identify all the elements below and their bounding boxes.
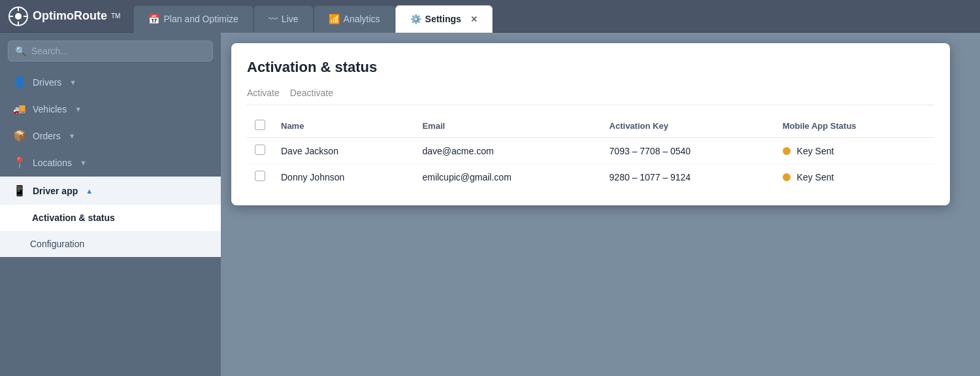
row-activation-key-1: 9280 – 1077 – 9124 [602, 164, 775, 190]
sidebar-item-drivers-label: Drivers [33, 77, 61, 88]
sidebar: 🔍 👤 Drivers ▼ 🚚 Vehicles ▼ 📦 Orders ▼ 📍 … [0, 33, 221, 376]
tab-analytics[interactable]: 📶 Analytics [314, 5, 395, 33]
sidebar-item-drivers[interactable]: 👤 Drivers ▼ [0, 69, 221, 95]
row-status-0: Key Sent [775, 138, 934, 164]
status-text-0: Key Sent [797, 146, 834, 156]
driver-app-section: 📱 Driver app ▲ Activation & status Confi… [0, 177, 221, 257]
logo-icon [8, 6, 29, 27]
table-header-name: Name [273, 114, 414, 138]
status-dot-1 [783, 173, 791, 181]
orders-caret-icon: ▼ [69, 132, 76, 140]
modal-card: Activation & status Activate Deactivate … [231, 43, 950, 205]
status-text-1: Key Sent [797, 172, 834, 182]
driver-app-label: Driver app [33, 186, 78, 196]
orders-icon: 📦 [13, 129, 26, 142]
row-name-0: Dave Jackson [273, 138, 414, 164]
driver-app-header[interactable]: 📱 Driver app ▲ [0, 177, 221, 205]
table-row: Dave Jackson dave@acme.com 7093 – 7708 –… [247, 138, 934, 164]
tab-plan[interactable]: 📅 Plan and Optimize [133, 5, 253, 33]
locations-caret-icon: ▼ [80, 159, 87, 167]
row-activation-key-0: 7093 – 7708 – 0540 [602, 138, 775, 164]
svg-point-1 [15, 13, 22, 20]
table-header-email: Email [414, 114, 601, 138]
tabs-container: 📅 Plan and Optimize 〰 Live 📶 Analytics ⚙… [133, 0, 492, 32]
action-buttons: Activate Deactivate [247, 86, 934, 105]
row-status-1: Key Sent [775, 164, 934, 190]
settings-tab-close[interactable]: ✕ [470, 14, 478, 24]
table-header-activation-key: Activation Key [602, 114, 775, 138]
row-email-0: dave@acme.com [414, 138, 601, 164]
tab-settings-label: Settings [425, 14, 461, 24]
row-checkbox-0[interactable] [255, 145, 265, 155]
search-input[interactable] [31, 46, 206, 56]
sub-nav-activation-label: Activation & status [32, 213, 115, 223]
live-icon: 〰 [269, 14, 278, 24]
deactivate-button[interactable]: Deactivate [290, 86, 333, 99]
tab-live-label: Live [282, 14, 299, 24]
table-body: Dave Jackson dave@acme.com 7093 – 7708 –… [247, 138, 934, 190]
analytics-icon: 📶 [329, 14, 340, 24]
locations-icon: 📍 [13, 156, 26, 169]
table-header-check [247, 114, 273, 138]
select-all-checkbox[interactable] [255, 120, 265, 130]
driver-app-icon: 📱 [13, 184, 26, 197]
drivers-icon: 👤 [13, 76, 26, 88]
sidebar-item-vehicles-label: Vehicles [33, 104, 67, 114]
status-dot-0 [783, 147, 791, 155]
sidebar-item-orders-label: Orders [33, 131, 61, 141]
data-table: Name Email Activation Key Mobile App Sta… [247, 114, 934, 190]
row-check-0 [247, 138, 273, 164]
row-checkbox-1[interactable] [255, 171, 265, 181]
logo-text: OptimoRoute [33, 9, 107, 23]
row-name-1: Donny Johnson [273, 164, 414, 190]
tab-analytics-label: Analytics [344, 14, 380, 24]
logo: OptimoRouteTM [8, 6, 120, 27]
search-container: 🔍 [8, 41, 213, 61]
main-layout: 🔍 👤 Drivers ▼ 🚚 Vehicles ▼ 📦 Orders ▼ 📍 … [0, 33, 980, 376]
sidebar-item-locations-label: Locations [33, 158, 72, 168]
settings-icon: ⚙️ [410, 14, 421, 24]
sidebar-item-locations[interactable]: 📍 Locations ▼ [0, 150, 221, 175]
table-row: Donny Johnson emilcupic@gmail.com 9280 –… [247, 164, 934, 190]
sub-nav-configuration[interactable]: Configuration [0, 231, 221, 257]
row-check-1 [247, 164, 273, 190]
content-panel: Activation & status Activate Deactivate … [221, 33, 980, 376]
sidebar-item-vehicles[interactable]: 🚚 Vehicles ▼ [0, 96, 221, 122]
tab-settings[interactable]: ⚙️ Settings ✕ [395, 5, 493, 33]
table-header: Name Email Activation Key Mobile App Sta… [247, 114, 934, 138]
vehicles-icon: 🚚 [13, 103, 26, 115]
tab-live[interactable]: 〰 Live [253, 5, 314, 33]
top-bar: OptimoRouteTM 📅 Plan and Optimize 〰 Live… [0, 0, 980, 33]
table-header-status: Mobile App Status [775, 114, 934, 138]
logo-tm: TM [111, 12, 120, 20]
search-icon: 🔍 [15, 46, 26, 56]
sidebar-item-orders[interactable]: 📦 Orders ▼ [0, 123, 221, 148]
sub-nav-configuration-label: Configuration [30, 239, 84, 249]
drivers-caret-icon: ▼ [69, 78, 76, 86]
driver-app-caret-icon: ▲ [86, 187, 93, 195]
activate-button[interactable]: Activate [247, 86, 280, 99]
plan-icon: 📅 [148, 14, 159, 24]
modal-title: Activation & status [247, 59, 934, 76]
vehicles-caret-icon: ▼ [74, 105, 82, 113]
sub-nav-activation[interactable]: Activation & status [0, 205, 221, 231]
tab-plan-label: Plan and Optimize [163, 14, 238, 24]
row-email-1: emilcupic@gmail.com [414, 164, 601, 190]
